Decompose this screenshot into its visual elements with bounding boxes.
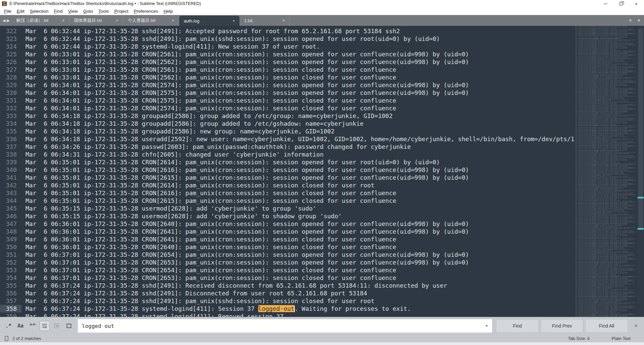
- close-find-panel-icon[interactable]: ×: [631, 321, 641, 331]
- log-line[interactable]: 322Mar 6 06:32:44 ip-172-31-35-28 sshd[2…: [0, 27, 575, 35]
- log-line[interactable]: 338Mar 6 06:34:31 ip-172-31-35-28 chfn[2…: [0, 151, 575, 158]
- menu-find[interactable]: Find: [51, 8, 65, 14]
- log-line[interactable]: 333Mar 6 06:34:18 ip-172-31-35-28 groupa…: [0, 112, 575, 120]
- line-number[interactable]: 339: [0, 158, 21, 166]
- close-tab-icon[interactable]: ×: [281, 18, 286, 23]
- tab-auth-log[interactable]: auth.log ●: [179, 16, 239, 26]
- log-line[interactable]: 325Mar 6 06:33:01 ip-172-31-35-28 CRON[2…: [0, 50, 575, 58]
- tab-history-back-icon[interactable]: ◀: [3, 18, 5, 23]
- tab-overflow-icon[interactable]: ▼: [637, 18, 641, 22]
- line-number[interactable]: 328: [0, 73, 21, 81]
- find-button[interactable]: Find: [496, 319, 539, 333]
- log-line[interactable]: 346Mar 6 06:35:15 ip-172-31-35-28 usermo…: [0, 212, 575, 220]
- line-number[interactable]: 332: [0, 104, 21, 112]
- log-line[interactable]: 357Mar 6 06:37:24 ip-172-31-35-28 sshd[2…: [0, 297, 575, 305]
- find-input[interactable]: [78, 319, 492, 333]
- line-number[interactable]: 336: [0, 135, 21, 143]
- log-line[interactable]: 355Mar 6 06:37:24 ip-172-31-35-28 sshd[2…: [0, 282, 575, 289]
- line-number[interactable]: 335: [0, 127, 21, 135]
- tab-size-indicator[interactable]: Tab Size: 4: [568, 336, 590, 341]
- find-all-button[interactable]: Find All: [585, 319, 628, 333]
- line-number[interactable]: 342: [0, 181, 21, 189]
- menu-edit[interactable]: Edit: [14, 8, 27, 14]
- log-line[interactable]: 332Mar 6 06:34:01 ip-172-31-35-28 CRON[2…: [0, 104, 575, 112]
- log-line[interactable]: 331Mar 6 06:34:01 ip-172-31-35-28 CRON[2…: [0, 97, 575, 104]
- line-number[interactable]: 327: [0, 66, 21, 73]
- log-line[interactable]: 359Mar 6 06:37:24 ip-172-31-35-28 system…: [0, 312, 575, 317]
- syntax-indicator[interactable]: Plain Text: [612, 336, 631, 341]
- case-sensitive-toggle[interactable]: Aa: [15, 321, 25, 331]
- vertical-scrollbar[interactable]: [637, 26, 644, 317]
- line-number[interactable]: 354: [0, 274, 21, 282]
- log-line[interactable]: 354Mar 6 06:37:01 ip-172-31-35-28 CRON[2…: [0, 274, 575, 282]
- line-number[interactable]: 355: [0, 282, 21, 289]
- log-line[interactable]: 358Mar 6 06:37:24 ip-172-31-35-28 system…: [0, 305, 575, 312]
- line-number[interactable]: 347: [0, 220, 21, 228]
- line-number[interactable]: 349: [0, 235, 21, 243]
- log-line[interactable]: 334Mar 6 06:34:18 ip-172-31-35-28 groupa…: [0, 120, 575, 127]
- log-line[interactable]: 345Mar 6 06:35:15 ip-172-31-35-28 usermo…: [0, 205, 575, 212]
- line-number[interactable]: 358: [0, 305, 21, 312]
- editor-pane[interactable]: 322Mar 6 06:32:44 ip-172-31-35-28 sshd[2…: [0, 26, 644, 317]
- log-line[interactable]: 323Mar 6 06:32:44 ip-172-31-35-28 sshd[2…: [0, 35, 575, 43]
- log-line[interactable]: 329Mar 6 06:34:01 ip-172-31-35-28 CRON[2…: [0, 81, 575, 89]
- in-selection-toggle[interactable]: [52, 321, 62, 331]
- line-number[interactable]: 326: [0, 58, 21, 66]
- find-prev-button[interactable]: Find Prev: [541, 319, 583, 333]
- line-number[interactable]: 359: [0, 312, 21, 317]
- line-number[interactable]: 357: [0, 297, 21, 305]
- line-number[interactable]: 353: [0, 266, 21, 274]
- new-tab-icon[interactable]: +: [629, 17, 633, 23]
- log-line[interactable]: 326Mar 6 06:33:01 ip-172-31-35-28 CRON[2…: [0, 58, 575, 66]
- line-number[interactable]: 337: [0, 143, 21, 151]
- tab-team-questions[interactable]: 团体赛题目.txt ●: [69, 15, 123, 26]
- line-number[interactable]: 330: [0, 89, 21, 97]
- log-line[interactable]: 356Mar 6 06:37:24 ip-172-31-35-28 sshd[2…: [0, 289, 575, 297]
- log-line[interactable]: 335Mar 6 06:34:18 ip-172-31-35-28 groupa…: [0, 127, 575, 135]
- line-number[interactable]: 348: [0, 228, 21, 235]
- log-line[interactable]: 339Mar 6 06:35:01 ip-172-31-35-28 CRON[2…: [0, 158, 575, 166]
- log-line[interactable]: 342Mar 6 06:35:01 ip-172-31-35-28 CRON[2…: [0, 181, 575, 189]
- modified-dot-icon[interactable]: ●: [115, 19, 119, 22]
- whole-word-toggle[interactable]: “”: [28, 321, 38, 331]
- log-line[interactable]: 341Mar 6 06:35:01 ip-172-31-35-28 CRON[2…: [0, 174, 575, 181]
- log-line[interactable]: 350Mar 6 06:36:01 ip-172-31-35-28 CRON[2…: [0, 243, 575, 251]
- log-line[interactable]: 351Mar 6 06:37:01 ip-172-31-35-28 CRON[2…: [0, 251, 575, 258]
- log-line[interactable]: 330Mar 6 06:34:01 ip-172-31-35-28 CRON[2…: [0, 89, 575, 97]
- log-line[interactable]: 348Mar 6 06:36:01 ip-172-31-35-28 CRON[2…: [0, 228, 575, 235]
- log-line[interactable]: 347Mar 6 06:36:01 ip-172-31-35-28 CRON[2…: [0, 220, 575, 228]
- menu-help[interactable]: Help: [161, 8, 176, 14]
- minimize-button[interactable]: [598, 0, 613, 7]
- log-line[interactable]: 352Mar 6 06:37:01 ip-172-31-35-28 CRON[2…: [0, 258, 575, 266]
- restore-button[interactable]: [613, 0, 629, 7]
- menu-selection[interactable]: Selection: [27, 8, 51, 14]
- log-line[interactable]: 353Mar 6 06:37:01 ip-172-31-35-28 CRON[2…: [0, 266, 575, 274]
- close-window-button[interactable]: ×: [629, 0, 644, 7]
- log-line[interactable]: 340Mar 6 06:35:01 ip-172-31-35-28 CRON[2…: [0, 166, 575, 174]
- line-number[interactable]: 351: [0, 251, 21, 258]
- line-number[interactable]: 345: [0, 205, 21, 212]
- line-number[interactable]: 350: [0, 243, 21, 251]
- line-number[interactable]: 329: [0, 81, 21, 89]
- line-number[interactable]: 324: [0, 43, 21, 50]
- menu-file[interactable]: File: [1, 8, 14, 14]
- wrap-toggle[interactable]: [40, 321, 50, 331]
- line-number[interactable]: 325: [0, 50, 21, 58]
- line-number[interactable]: 352: [0, 258, 21, 266]
- log-line[interactable]: 349Mar 6 06:36:01 ip-172-31-35-28 CRON[2…: [0, 235, 575, 243]
- close-tab-icon[interactable]: ×: [61, 18, 66, 23]
- log-line[interactable]: 337Mar 6 06:34:26 ip-172-31-35-28 passwd…: [0, 143, 575, 151]
- regex-toggle[interactable]: .*: [3, 321, 13, 331]
- line-number[interactable]: 334: [0, 120, 21, 127]
- line-number[interactable]: 346: [0, 212, 21, 220]
- modified-dot-icon[interactable]: ●: [231, 19, 236, 22]
- line-number[interactable]: 338: [0, 151, 21, 158]
- line-number[interactable]: 333: [0, 112, 21, 120]
- line-number[interactable]: 356: [0, 289, 21, 297]
- line-number[interactable]: 323: [0, 35, 21, 43]
- highlight-matches-toggle[interactable]: [64, 321, 74, 331]
- tab-1-txt[interactable]: 1.txt ×: [239, 15, 290, 26]
- close-tab-icon[interactable]: ×: [171, 18, 175, 23]
- line-number[interactable]: 344: [0, 197, 21, 205]
- tab-unzip-readme[interactable]: 解压（必读）.txt ×: [12, 15, 69, 26]
